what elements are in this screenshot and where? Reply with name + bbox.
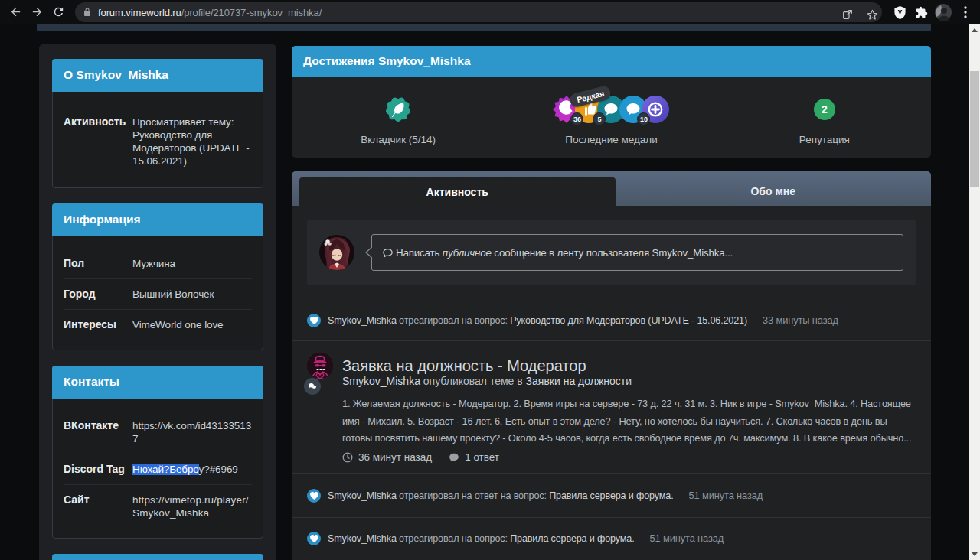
- topic-link[interactable]: Правила сервера и форума.: [510, 533, 634, 544]
- user-link[interactable]: Smykov_Mishka: [328, 533, 397, 544]
- feed-item-time: 51 минута назад: [650, 532, 724, 544]
- speech-bubble-icon: [382, 247, 394, 259]
- user-link[interactable]: Smykov_Mishka: [328, 490, 397, 501]
- info-row: ПолМужчина: [64, 249, 252, 278]
- clock-icon: [342, 452, 353, 463]
- kebab-menu-icon[interactable]: [956, 2, 975, 22]
- info-box: Информация ПолМужчинаГородВышний Волочёк…: [52, 203, 263, 350]
- activity-feed-panel: Написать публичное сообщение в ленту пол…: [292, 206, 931, 560]
- address-bar[interactable]: forum.vimeworld.ru/profile/210737-smykov…: [75, 2, 882, 22]
- feed-reaction-item[interactable]: Smykov_Mishka отреагировал на вопрос: Ру…: [292, 285, 931, 341]
- status-composer: Написать публичное сообщение в ленту пол…: [307, 220, 916, 285]
- share-icon[interactable]: [838, 5, 858, 24]
- scrollbar-thumb[interactable]: [970, 71, 979, 187]
- shield-extension-icon[interactable]: [890, 2, 910, 22]
- feed-item-text: Smykov_Mishka отреагировал на вопрос: Пр…: [328, 532, 724, 545]
- browser-profile-avatar[interactable]: [933, 2, 953, 22]
- topic-footer: 36 минут назад 1 ответ: [342, 451, 916, 464]
- forum-link[interactable]: Заявки на должности: [526, 375, 632, 387]
- reaction-heart-icon: [307, 314, 321, 327]
- field-value: Просматривает тему: Руководство для Моде…: [132, 116, 252, 168]
- vk-row: ВКонтакте https://vk.com/id431335137: [64, 411, 252, 454]
- info-row: ИнтересыVimeWorld one love: [64, 309, 252, 340]
- field-label: Сайт: [64, 493, 132, 519]
- field-label: Город: [64, 288, 132, 301]
- contacts-box-title: Контакты: [52, 366, 263, 399]
- topic-author-avatar[interactable]: [307, 353, 333, 379]
- feed-reaction-item[interactable]: Smykov_Mishka отреагировал на ответ на в…: [292, 474, 931, 518]
- back-icon[interactable]: [6, 2, 25, 21]
- feed-item-time: 51 минута назад: [689, 490, 763, 501]
- own-avatar[interactable]: [319, 235, 354, 270]
- selected-text: Нюхай?Бебро: [132, 464, 199, 475]
- url-text: forum.vimeworld.ru/profile/210737-smykov…: [98, 7, 322, 18]
- tab-about-me[interactable]: Обо мне: [616, 171, 932, 206]
- contributor-column: Вкладчик (5/14): [292, 77, 505, 158]
- next-box-title: [52, 554, 263, 560]
- browser-toolbar: forum.vimeworld.ru/profile/210737-smykov…: [0, 0, 980, 24]
- reputation-column: 2 Репутация: [718, 77, 931, 158]
- field-label: Активность: [64, 116, 132, 168]
- field-label: Интересы: [64, 318, 132, 331]
- main-column: Достижения Smykov_Mishka Вкладчик (5/14)…: [292, 46, 931, 560]
- field-label: Пол: [64, 257, 132, 270]
- field-label: Discord Tag: [64, 463, 132, 476]
- topic-subtitle: Smykov_Mishka опубликовал теме в Заявки …: [342, 375, 916, 388]
- field-value: Мужчина: [132, 257, 252, 270]
- topic-title[interactable]: Заявка на должность - Модератор: [342, 357, 916, 375]
- scrollbar-up-arrow[interactable]: [969, 24, 980, 36]
- medal-count: 10: [637, 112, 650, 125]
- reaction-heart-icon: [307, 489, 321, 503]
- site-link[interactable]: https://vimetop.ru/player/Smykov_Mishka: [132, 493, 252, 519]
- site-row: Сайт https://vimetop.ru/player/Smykov_Mi…: [64, 484, 252, 528]
- feed-item-text: Smykov_Mishka отреагировал на вопрос: Ру…: [328, 314, 838, 327]
- topic-link[interactable]: Руководство для Модераторов (UPDATE - 15…: [510, 315, 747, 326]
- reaction-heart-icon: [307, 532, 321, 545]
- topic-time: 36 минут назад: [342, 451, 432, 464]
- field-label: ВКонтакте: [64, 419, 132, 445]
- reputation-label: Репутация: [799, 134, 850, 145]
- next-box-partial: [52, 554, 263, 560]
- field-value: VimeWorld one love: [132, 318, 252, 331]
- bookmark-star-icon[interactable]: [862, 5, 882, 24]
- forward-icon[interactable]: [28, 2, 47, 21]
- feed-topic-item[interactable]: Заявка на должность - Модератор Smykov_M…: [292, 341, 931, 474]
- info-row: ГородВышний Волочёк: [64, 278, 252, 309]
- achievements-body: Вкладчик (5/14) Редкая 36 5: [292, 77, 931, 158]
- medals-column: Редкая 36 5 10: [505, 77, 717, 158]
- topic-link[interactable]: Правила сервера и форума.: [549, 490, 673, 501]
- contributor-label: Вкладчик (5/14): [361, 134, 436, 145]
- reply-bubble-icon: [449, 452, 459, 463]
- contacts-box: Контакты ВКонтакте https://vk.com/id4313…: [52, 366, 263, 539]
- feed-item-time: 33 минуты назад: [763, 314, 838, 326]
- info-box-title: Информация: [52, 203, 263, 236]
- topic-type-badge-icon: [304, 378, 321, 395]
- topic-body-preview: 1. Желаемая должность - Модератор. 2. Вр…: [342, 396, 916, 448]
- profile-tabs: Активность Обо мне: [292, 171, 931, 206]
- discord-row: Discord Tag Нюхай?Беброу?#6969: [64, 454, 252, 484]
- profile-cover-bottom-strip: [37, 24, 931, 31]
- about-box-title: О Smykov_Mishka: [52, 59, 263, 92]
- scrollbar-down-arrow[interactable]: [969, 548, 980, 560]
- reputation-value-circle: 2: [814, 99, 835, 120]
- contributor-badge-icon[interactable]: [383, 90, 413, 129]
- status-input[interactable]: Написать публичное сообщение в ленту пол…: [371, 234, 903, 271]
- feed-reaction-item[interactable]: Smykov_Mishka отреагировал на вопрос: Пр…: [292, 518, 931, 560]
- medal-count: 5: [593, 112, 606, 125]
- composer-placeholder: Написать публичное сообщение в ленту пол…: [396, 247, 733, 259]
- about-box: О Smykov_Mishka Активность Просматривает…: [52, 59, 263, 188]
- page-scrollbar[interactable]: [969, 24, 980, 560]
- user-link[interactable]: Smykov_Mishka: [342, 375, 420, 387]
- about-activity-row: Активность Просматривает тему: Руководст…: [64, 107, 252, 176]
- medal-count: 36: [570, 112, 583, 125]
- profile-sidebar: О Smykov_Mishka Активность Просматривает…: [39, 44, 276, 560]
- user-link[interactable]: Smykov_Mishka: [328, 315, 397, 326]
- tab-activity[interactable]: Активность: [299, 177, 616, 206]
- discord-value: Нюхай?Беброу?#6969: [132, 463, 252, 476]
- extensions-puzzle-icon[interactable]: [911, 2, 931, 22]
- achievements-header: Достижения Smykov_Mishka: [292, 46, 931, 77]
- topic-replies: 1 ответ: [449, 451, 499, 464]
- vk-link[interactable]: https://vk.com/id431335137: [132, 419, 252, 445]
- medals-label: Последние медали: [565, 134, 657, 145]
- reload-icon[interactable]: [49, 2, 68, 21]
